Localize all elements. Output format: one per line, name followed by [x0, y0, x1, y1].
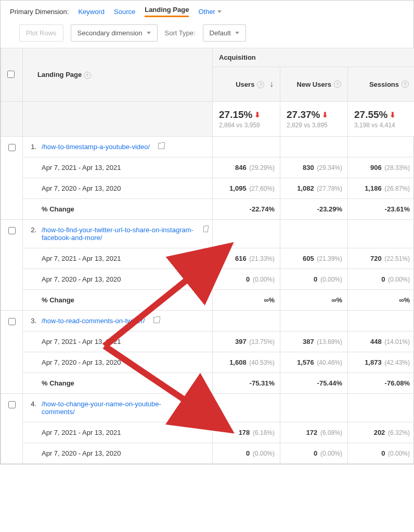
annotation-arrows [1, 1, 414, 464]
svg-line-1 [105, 346, 224, 427]
svg-line-0 [105, 250, 224, 346]
